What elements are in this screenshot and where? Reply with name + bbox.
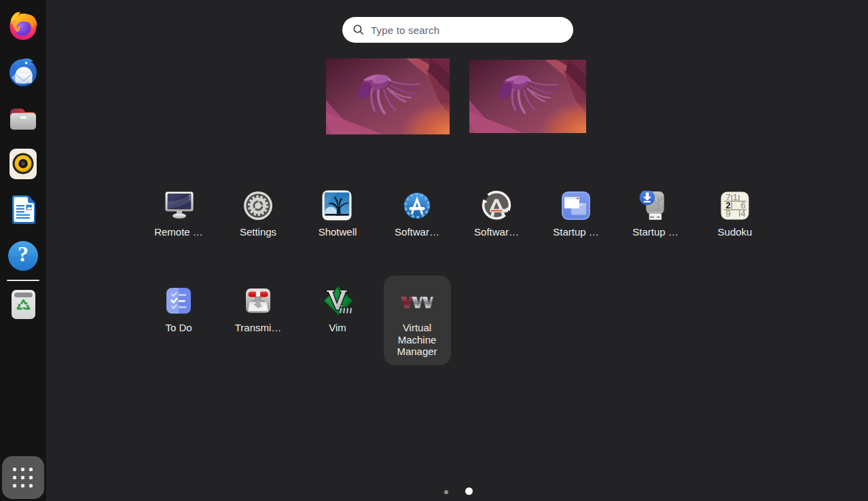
svg-text:4: 4	[740, 208, 745, 219]
svg-text:1: 1	[733, 192, 738, 202]
svg-text:im: im	[339, 302, 352, 316]
svg-text:9: 9	[725, 208, 730, 219]
svg-text:?: ?	[18, 242, 29, 266]
